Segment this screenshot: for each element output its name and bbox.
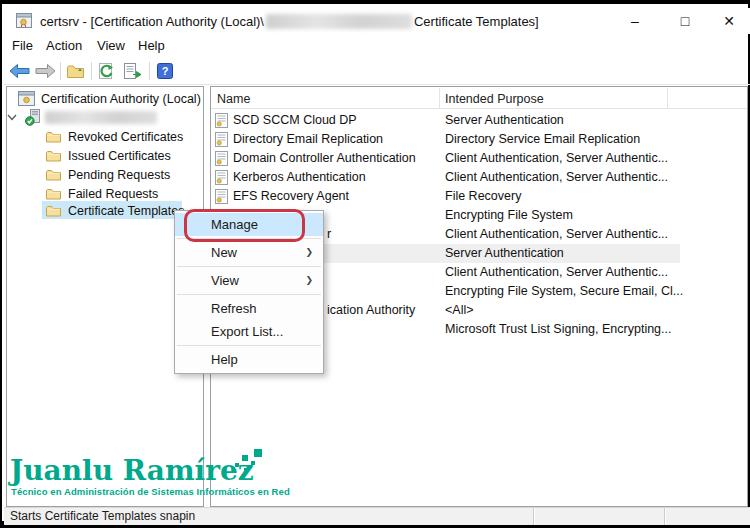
status-bar-divider [664, 508, 665, 525]
refresh-icon[interactable] [96, 61, 118, 81]
submenu-arrow-icon: ❯ [305, 241, 313, 264]
table-row[interactable]: Kerberos Authentication Client Authentic… [211, 168, 680, 187]
logo-pixel-square [244, 468, 247, 471]
menu-view[interactable]: View [97, 35, 125, 57]
table-row[interactable]: EFS Recovery Agent File Recovery [211, 187, 680, 206]
tree-item-label: Issued Certificates [68, 149, 171, 163]
tree-item-label: Pending Requests [68, 168, 170, 182]
tree-node-ca-server[interactable] [7, 108, 157, 127]
row-purpose: Client Authentication, Server Authentic.… [445, 225, 668, 244]
tree-item-label: Failed Requests [68, 187, 158, 201]
export-list-icon[interactable] [122, 61, 144, 81]
certsrv-app-icon [16, 13, 33, 33]
context-menu-item-export-list[interactable]: Export List... [175, 320, 323, 343]
status-bar-text: Starts Certificate Templates snapin [10, 508, 195, 525]
mmc-window: certsrv - [Certification Authority (Loca… [2, 4, 748, 521]
watermark-logo-subtitle: Técnico en Administración de Sistemas In… [11, 486, 290, 497]
certificate-template-icon [215, 132, 228, 150]
sidebar-item-revoked-certificates[interactable]: Revoked Certificates [46, 127, 183, 146]
sidebar-item-pending-requests[interactable]: Pending Requests [46, 165, 170, 184]
table-row[interactable]: SCD SCCM Cloud DP Server Authentication [211, 111, 680, 130]
certificate-template-icon [215, 113, 228, 131]
menu-help[interactable]: Help [138, 35, 165, 57]
menu-separator [177, 266, 321, 267]
toolbar-separator [91, 62, 92, 80]
show-console-tree-icon[interactable] [65, 61, 87, 81]
row-purpose: Client Authentication, Server Authentic.… [445, 263, 668, 282]
folder-icon [46, 150, 61, 162]
help-icon[interactable]: ? [154, 61, 176, 81]
row-name: SCD SCCM Cloud DP [233, 111, 357, 130]
redacted-server-name [266, 14, 412, 29]
tree-item-label: Certificate Templates [68, 204, 185, 218]
row-purpose: Encrypting File System, Secure Email, Cl… [445, 282, 683, 301]
watermark-logo-title: Juanlu Ramírez [10, 454, 254, 487]
column-header-intended-purpose[interactable]: Intended Purpose [445, 90, 544, 108]
sidebar-item-certificate-templates[interactable]: Certificate Templates [46, 201, 185, 220]
menu-separator [177, 294, 321, 295]
toolbar-separator [60, 62, 61, 80]
certification-authority-icon [18, 91, 35, 106]
folder-icon [46, 131, 61, 143]
maximize-button[interactable]: □ [668, 8, 702, 34]
menu-separator [177, 345, 321, 346]
column-header-name[interactable]: Name [217, 90, 250, 108]
row-purpose: Client Authentication, Server Authentic.… [445, 149, 668, 168]
header-underline [211, 108, 747, 109]
certificate-template-icon [215, 189, 228, 207]
row-purpose: Microsoft Trust List Signing, Encrypting… [445, 320, 671, 339]
tree-item-label: Revoked Certificates [68, 130, 183, 144]
close-button[interactable]: ✕ [712, 8, 746, 34]
row-purpose: File Recovery [445, 187, 521, 206]
svg-text:?: ? [162, 65, 169, 77]
redacted-ca-server-name [45, 111, 157, 124]
menu-item-label: View [211, 273, 239, 288]
row-purpose: Client Authentication, Server Authentic.… [445, 168, 668, 187]
table-row[interactable]: Directory Email Replication Directory Se… [211, 130, 680, 149]
row-name: Domain Controller Authentication [233, 149, 416, 168]
back-icon[interactable] [8, 61, 30, 81]
context-menu-item-new[interactable]: New ❯ [175, 241, 323, 264]
window-title-prefix: certsrv - [Certification Authority (Loca… [40, 14, 264, 29]
certificate-template-icon [215, 151, 228, 169]
window-title-suffix: Certificate Templates] [414, 14, 539, 29]
menu-action[interactable]: Action [46, 35, 82, 57]
row-purpose: <All> [445, 301, 474, 320]
toolbar-separator [149, 62, 150, 80]
logo-pixel-square [242, 455, 248, 461]
row-name: Directory Email Replication [233, 130, 383, 149]
row-purpose: Encrypting File System [445, 206, 573, 225]
toolbar-divider [4, 84, 750, 85]
app-window-frame: certsrv - [Certification Authority (Loca… [0, 0, 750, 528]
context-menu-item-refresh[interactable]: Refresh [175, 297, 323, 320]
tree-root-certification-authority[interactable]: Certification Authority (Local) [18, 89, 201, 108]
folder-icon [46, 169, 61, 181]
status-bar-divider [533, 508, 534, 525]
row-purpose: Server Authentication [445, 244, 564, 263]
table-row[interactable]: Domain Controller Authentication Client … [211, 149, 680, 168]
annotation-highlight-box [184, 209, 305, 242]
window-title: certsrv - [Certification Authority (Loca… [40, 8, 539, 34]
menu-file[interactable]: File [12, 35, 33, 57]
context-menu-item-view[interactable]: View ❯ [175, 269, 323, 292]
row-purpose: Server Authentication [445, 111, 564, 130]
forward-icon[interactable] [34, 61, 56, 81]
menu-item-label: New [211, 245, 237, 260]
column-divider[interactable] [439, 88, 440, 108]
row-purpose: Directory Service Email Replication [445, 130, 640, 149]
logo-pixel-square [254, 449, 262, 457]
folder-icon [46, 205, 61, 217]
logo-pixel-square [251, 461, 255, 465]
submenu-arrow-icon: ❯ [305, 269, 313, 292]
context-menu-item-help[interactable]: Help [175, 348, 323, 371]
minimize-button[interactable]: – [618, 8, 652, 34]
row-name: EFS Recovery Agent [233, 187, 349, 206]
row-name: r [327, 225, 331, 244]
column-divider[interactable] [667, 88, 668, 108]
row-name: Kerberos Authentication [233, 168, 366, 187]
ca-server-status-icon [25, 109, 41, 126]
sidebar-item-issued-certificates[interactable]: Issued Certificates [46, 146, 171, 165]
row-name: ication Authority [327, 301, 415, 320]
folder-icon [46, 188, 61, 200]
chevron-down-icon[interactable] [7, 114, 17, 121]
